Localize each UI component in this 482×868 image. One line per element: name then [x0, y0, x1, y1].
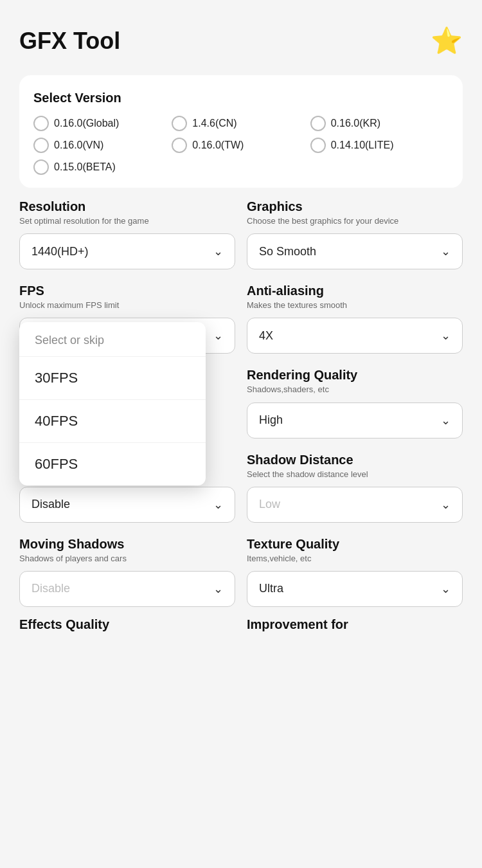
chevron-down-icon: ⌄ — [441, 244, 451, 258]
version-title: Select Version — [33, 91, 449, 105]
settings-grid: Resolution Set optimal resolution for th… — [19, 199, 463, 607]
texture-quality-label: Texture Quality — [247, 537, 463, 552]
radio-circle-global — [33, 116, 49, 131]
chevron-down-icon: ⌄ — [213, 582, 223, 596]
radio-circle-cn — [172, 116, 187, 131]
version-option-vn[interactable]: 0.16.0(VN) — [33, 138, 172, 153]
version-option-cn[interactable]: 1.4.6(CN) — [172, 116, 310, 131]
chevron-down-icon: ⌄ — [213, 329, 223, 343]
fps-option-30[interactable]: 30FPS — [19, 357, 206, 400]
rendering-quality-desc: Shadows,shaders, etc — [247, 384, 463, 395]
radio-circle-kr — [310, 116, 326, 131]
antialiasing-label: Anti-aliasing — [247, 284, 463, 298]
antialiasing-value: 4X — [259, 329, 273, 343]
resolution-setting: Resolution Set optimal resolution for th… — [19, 199, 235, 269]
moving-shadows-value: Disable — [31, 582, 70, 595]
shadow-distance-value: Low — [259, 498, 280, 511]
app-title: GFX Tool — [19, 28, 120, 55]
fps-option-60[interactable]: 60FPS — [19, 443, 206, 485]
shadow-distance-setting: Shadow Distance Select the shadow distan… — [247, 453, 463, 523]
radio-circle-vn — [33, 138, 49, 153]
version-option-beta[interactable]: 0.15.0(BETA) — [33, 159, 116, 175]
rendering-quality-dropdown[interactable]: High ⌄ — [247, 402, 463, 439]
version-option-global[interactable]: 0.16.0(Global) — [33, 116, 172, 131]
shadows-value: Disable — [31, 498, 70, 511]
texture-quality-setting: Texture Quality Items,vehicle, etc Ultra… — [247, 537, 463, 607]
antialiasing-desc: Makes the textures smooth — [247, 300, 463, 311]
version-radio-group: 0.16.0(Global) 1.4.6(CN) 0.16.0(KR) 0.16… — [33, 116, 449, 175]
antialiasing-dropdown[interactable]: 4X ⌄ — [247, 318, 463, 354]
chevron-down-icon: ⌄ — [441, 413, 451, 428]
moving-shadows-label: Moving Shadows — [19, 537, 235, 552]
shadow-distance-dropdown[interactable]: Low ⌄ — [247, 487, 463, 523]
version-option-lite[interactable]: 0.14.10(LITE) — [310, 138, 449, 153]
rendering-quality-value: High — [259, 413, 283, 427]
graphics-value: So Smooth — [259, 245, 316, 258]
chevron-down-icon: ⌄ — [441, 329, 451, 343]
version-option-tw[interactable]: 0.16.0(TW) — [172, 138, 310, 153]
graphics-desc: Choose the best graphics for your device — [247, 215, 463, 227]
chevron-down-icon: ⌄ — [213, 498, 223, 512]
header: GFX Tool ⭐ — [19, 26, 463, 56]
texture-quality-dropdown[interactable]: Ultra ⌄ — [247, 571, 463, 607]
moving-shadows-setting: Moving Shadows Shadows of players and ca… — [19, 537, 235, 607]
moving-shadows-desc: Shadows of players and cars — [19, 553, 235, 565]
chevron-down-icon: ⌄ — [441, 498, 451, 512]
radio-circle-beta — [33, 159, 49, 175]
improvement-for-label: Improvement for — [247, 612, 463, 632]
fps-popup: Select or skip 30FPS 40FPS 60FPS — [19, 322, 206, 485]
rendering-quality-label: Rendering Quality — [247, 368, 463, 383]
graphics-label: Graphics — [247, 199, 463, 214]
fps-desc: Unlock maximum FPS limit — [19, 300, 235, 311]
resolution-dropdown[interactable]: 1440(HD+) ⌄ — [19, 233, 235, 269]
resolution-desc: Set optimal resolution for the game — [19, 215, 235, 227]
radio-circle-tw — [172, 138, 187, 153]
bottom-labels: Effects Quality Improvement for — [19, 612, 463, 632]
graphics-dropdown[interactable]: So Smooth ⌄ — [247, 233, 463, 269]
resolution-value: 1440(HD+) — [31, 245, 89, 258]
version-option-kr[interactable]: 0.16.0(KR) — [310, 116, 449, 131]
resolution-label: Resolution — [19, 199, 235, 214]
chevron-down-icon: ⌄ — [441, 582, 451, 596]
effects-quality-label: Effects Quality — [19, 612, 235, 632]
rendering-quality-setting: Rendering Quality Shadows,shaders, etc H… — [247, 368, 463, 438]
shadow-distance-desc: Select the shadow distance level — [247, 469, 463, 480]
fps-popup-header: Select or skip — [19, 322, 206, 357]
shadow-distance-label: Shadow Distance — [247, 453, 463, 467]
texture-quality-value: Ultra — [259, 582, 283, 595]
moving-shadows-dropdown[interactable]: Disable ⌄ — [19, 571, 235, 607]
texture-quality-desc: Items,vehicle, etc — [247, 553, 463, 565]
chevron-down-icon: ⌄ — [213, 244, 223, 258]
radio-circle-lite — [310, 138, 326, 153]
graphics-setting: Graphics Choose the best graphics for yo… — [247, 199, 463, 269]
app-container: GFX Tool ⭐ Select Version 0.16.0(Global)… — [0, 0, 482, 651]
fps-popup-placeholder: Select or skip — [35, 334, 104, 347]
antialiasing-setting: Anti-aliasing Makes the textures smooth … — [247, 284, 463, 354]
fps-option-40[interactable]: 40FPS — [19, 400, 206, 443]
fps-label: FPS — [19, 284, 235, 298]
fps-setting: FPS Unlock maximum FPS limit Select or s… — [19, 284, 235, 354]
star-icon[interactable]: ⭐ — [431, 26, 463, 56]
version-section: Select Version 0.16.0(Global) 1.4.6(CN) … — [19, 75, 463, 188]
shadows-dropdown[interactable]: Disable ⌄ — [19, 487, 235, 523]
